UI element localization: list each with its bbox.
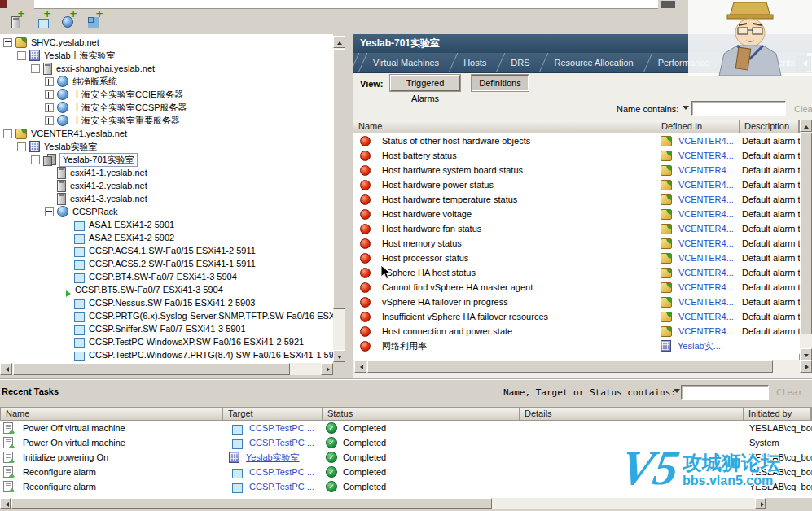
alarm-row[interactable]: Host hardware system board statusVCENTER… [353,163,800,177]
tab-virtual-machines[interactable]: Virtual Machines [361,53,451,72]
new-cluster-button[interactable] [83,11,104,33]
tasks-column-header[interactable]: Status [323,408,520,420]
task-target-link[interactable]: CCSP.TestPC ... [249,423,314,433]
expander-icon[interactable] [3,38,12,47]
task-row[interactable]: Power Off virtual machineCCSP.TestPC ...… [0,421,812,435]
tree-item[interactable]: ASA1 ESXi41-2 5901 [0,218,333,231]
tree-item[interactable]: Yeslab上海实验室 [0,49,333,62]
scroll-left-icon[interactable] [0,498,11,509]
tree-item[interactable]: ASA2 ESXi41-2 5902 [0,231,333,244]
defined-in-link[interactable]: VCENTER4... [678,224,734,234]
tree-item[interactable]: Yeslab实验室 [0,140,333,153]
defined-in-link[interactable]: VCENTER4... [678,151,734,160]
defined-in-link[interactable]: VCENTER4... [678,312,734,321]
alarm-row[interactable]: Status of other host hardware objectsVCE… [353,133,800,148]
scroll-left-icon[interactable] [354,360,366,373]
tree-item[interactable]: 上海安全实验室CCIE服务器 [0,88,333,101]
filter-dropdown-icon[interactable] [683,106,689,113]
tasks-hscroll-thumb[interactable] [11,498,492,509]
task-target-link[interactable]: CCSP.TestPC ... [249,482,314,491]
tree-horizontal-scrollbar[interactable] [0,363,333,375]
alarm-horizontal-scrollbar[interactable] [354,360,812,373]
alarm-column-header[interactable]: Name [353,120,656,133]
scroll-down-icon[interactable] [333,350,345,362]
tree-item[interactable]: CCSP.ACS4.1.SW-Fa0/15 ESXi41-2 5911 [0,244,333,257]
defined-in-link[interactable]: VCENTER4... [678,136,734,146]
panel-splitter[interactable] [346,34,353,378]
defined-in-link[interactable]: VCENTER4... [678,180,734,190]
tree-item[interactable]: 上海安全实验室重要服务器 [0,114,333,127]
alarm-hscroll-thumb[interactable] [367,360,773,373]
tab-hosts[interactable]: Hosts [451,53,498,72]
alarm-row[interactable]: vSphere HA host statusVCENTER4...Default… [353,265,800,280]
tree-item[interactable]: CCSPRack [0,205,333,218]
expander-icon[interactable] [45,103,54,112]
expander-icon[interactable] [45,207,54,216]
alarm-row[interactable]: Host hardware fan statusVCENTER4...Defau… [353,221,800,236]
tab-resource-allocation[interactable]: Resource Allocation [542,53,645,72]
tree-item[interactable]: CCSP.BT5.SW-Fa0/7 ESXi41-3 5904 [0,283,333,296]
defined-in-link[interactable]: VCENTER4... [678,282,734,292]
alarm-row[interactable]: Insufficient vSphere HA failover resourc… [353,309,800,324]
task-target-link[interactable]: CCSP.TestPC ... [249,438,314,448]
alarm-row[interactable]: Host hardware voltageVCENTER4...Default … [353,207,800,221]
alarm-row[interactable]: Host battery statusVCENTER4...Default al… [353,148,800,163]
tree-item[interactable]: VCENTER41.yeslab.net [0,127,333,140]
alarm-vertical-scrollbar[interactable] [800,120,812,360]
defined-in-link[interactable]: VCENTER4... [678,194,734,204]
tasks-horizontal-scrollbar[interactable] [0,498,766,509]
alarm-filter-input[interactable] [691,101,786,116]
alarm-row[interactable]: Host connection and power stateVCENTER4.… [353,324,800,338]
tasks-filter-clear-button[interactable]: Clear [776,387,803,398]
expander-icon[interactable] [45,116,54,125]
tasks-filter-dropdown-icon[interactable] [674,389,680,396]
alarm-column-header[interactable]: Description [740,120,799,133]
tree-item[interactable]: esxi-shanghai.yeslab.net [0,62,333,75]
scroll-left-icon[interactable] [0,363,12,375]
scroll-down-icon[interactable] [800,348,812,360]
triggered-alarms-button[interactable]: Triggered Alarms [390,75,460,91]
tasks-column-header[interactable]: Initiated by [744,408,811,420]
scroll-right-icon[interactable] [321,363,333,375]
defined-in-link[interactable]: VCENTER4... [678,326,734,336]
tree-item[interactable]: CCSP.ACS5.2.SW-Fa0/15 ESXi41-1 5911 [0,257,333,270]
defined-in-link[interactable]: VCENTER4... [678,297,734,307]
defined-in-link[interactable]: VCENTER4... [678,268,734,277]
task-row[interactable]: Initialize powering OnYeslab实验室Completed… [0,450,812,465]
scroll-up-icon[interactable] [800,120,812,132]
tree-item[interactable]: Yeslab-701实验室 [0,153,333,166]
tree-item[interactable]: CCSP.BT4.SW-Fa0/7 ESXi41-3 5904 [0,270,333,283]
alarm-filter-clear-button[interactable]: Clear [794,104,812,114]
task-target-link[interactable]: Yeslab实验室 [246,452,300,464]
alarm-row[interactable]: Host memory statusVCENTER4...Default ala… [353,236,800,251]
defined-in-link[interactable]: VCENTER4... [678,165,734,175]
tree-item[interactable]: CCSP.Sniffer.SW-Fa0/7 ESXi41-3 5901 [0,322,333,335]
tree-item[interactable]: 上海安全实验室CCSP服务器 [0,101,333,114]
expander-icon[interactable] [45,77,54,86]
alarm-row[interactable]: Host hardware temperature statusVCENTER4… [353,192,800,207]
tree-item[interactable]: CCSP.PRTG(6.x).Syslog-Server.SNMP.TFTP.S… [0,309,333,322]
alarm-row[interactable]: Cannot find vSphere HA master agentVCENT… [353,280,800,295]
new-resource-pool-button[interactable] [57,11,78,33]
tree-vscroll-thumb[interactable] [333,49,345,309]
alarm-row[interactable]: Host processor statusVCENTER4...Default … [353,251,800,265]
tree-hscroll-thumb[interactable] [13,363,290,375]
new-host-button[interactable] [5,11,26,33]
tree-item[interactable]: 纯净版系统 [0,75,333,88]
new-virtual-machine-button[interactable] [31,11,52,33]
expander-icon[interactable] [45,90,54,99]
definitions-button[interactable]: Definitions [472,75,529,91]
tree-item[interactable]: CCSP.TestPC.Windows7.PRTG(8.4) SW-Fa0/16… [0,348,333,361]
defined-in-link[interactable]: VCENTER4... [678,238,734,248]
expander-icon[interactable] [31,155,40,164]
scroll-right-icon[interactable] [755,498,766,509]
expander-icon[interactable] [17,51,26,60]
tree-item[interactable]: esxi41-2.yeslab.net [0,179,333,192]
tasks-filter-input[interactable] [681,385,769,400]
task-row[interactable]: Reconfigure alarmCCSP.TestPC ...Complete… [0,465,812,479]
expander-icon[interactable] [17,142,26,151]
tasks-column-header[interactable]: Target [223,408,323,420]
task-target-link[interactable]: CCSP.TestPC ... [249,467,314,477]
scroll-right-icon[interactable] [800,360,812,373]
tree-item[interactable]: esxi41-1.yeslab.net [0,166,333,179]
